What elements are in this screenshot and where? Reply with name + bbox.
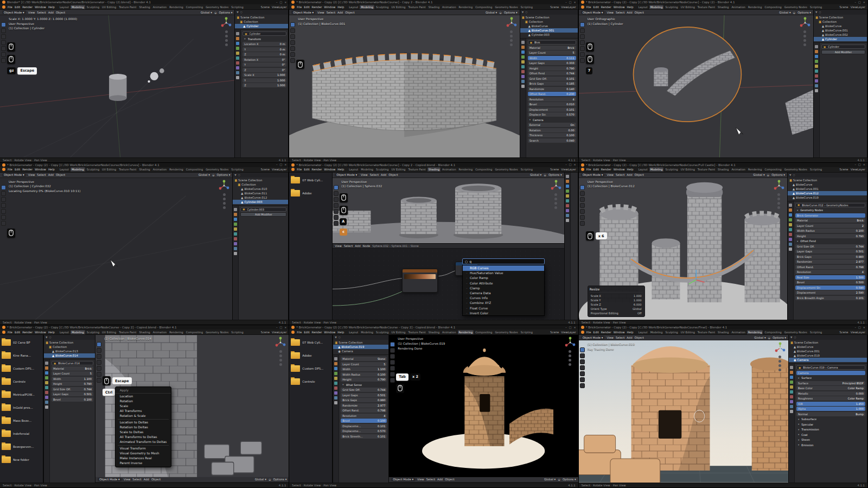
tool-icon[interactable] <box>290 28 295 33</box>
viewport-menu-object[interactable]: Object <box>635 11 644 14</box>
menu-render[interactable]: Render <box>601 168 611 171</box>
properties-tab-icon[interactable] <box>234 218 237 221</box>
tool-icon[interactable] <box>580 58 585 63</box>
properties-tab-icon[interactable] <box>815 45 818 48</box>
menu-edit[interactable]: Edit <box>304 331 309 334</box>
properties-tab-icon[interactable] <box>236 47 239 50</box>
menu-window[interactable]: Window <box>324 5 335 9</box>
property-row[interactable]: Search0.040 <box>528 138 576 143</box>
shading-icon[interactable] <box>279 363 282 366</box>
tool-icon[interactable] <box>580 22 585 27</box>
tool-icon[interactable] <box>1 40 6 45</box>
object-mode-dropdown[interactable]: Object Mode ▾ <box>2 10 26 14</box>
property-row[interactable]: Displaceme...0.570 <box>341 429 387 433</box>
workspace-tab-compositing[interactable]: Compositing <box>474 330 493 334</box>
property-row[interactable]: Grid Size Off.0.744 <box>52 387 93 391</box>
shading-icon[interactable] <box>569 363 571 366</box>
scene-selector[interactable]: SceneViewLayer <box>261 168 287 171</box>
properties-tab-icon[interactable] <box>334 367 337 370</box>
outliner-item[interactable]: ▲BlokeCurve.001 <box>520 28 578 33</box>
viewport-menu-object[interactable]: Object <box>56 11 65 14</box>
outliner-item[interactable]: ▣Collection <box>814 20 867 24</box>
properties-tab-icon[interactable] <box>236 76 239 79</box>
workspace-tab-geometry-nodes[interactable]: Geometry Nodes <box>494 167 519 172</box>
property-row[interactable]: Layer Gaps0.333 <box>528 61 576 65</box>
property-row[interactable]: RoughnessColor Ramp <box>796 396 865 401</box>
redo-panel-row[interactable]: Scale X1.000 <box>590 294 643 298</box>
tool-icon[interactable] <box>334 221 339 226</box>
tool-icon[interactable] <box>580 371 585 376</box>
object-mode-dropdown[interactable]: Object Mode ▾ <box>98 478 122 481</box>
folder-item[interactable]: 07 Web Cyli... <box>291 337 330 348</box>
tool-icon[interactable] <box>290 46 295 51</box>
viewport-menu-select[interactable]: Select <box>616 11 624 14</box>
properties-section-header[interactable]: ▾Transmission <box>796 427 865 432</box>
context-menu-item[interactable]: Location to Deltas <box>116 420 171 425</box>
outliner-filter-icon[interactable]: ▼ <box>234 174 236 176</box>
viewport-menu-select[interactable]: Select <box>426 478 435 481</box>
property-row[interactable]: Resolution4 <box>795 270 865 274</box>
properties-tab-icon[interactable] <box>790 395 793 398</box>
tool-icon[interactable] <box>1 52 6 57</box>
properties-tab-icon[interactable] <box>790 385 793 389</box>
properties-tab-icon[interactable] <box>521 41 525 44</box>
properties-tab-icon[interactable] <box>789 204 792 207</box>
property-row[interactable]: MaterialBrick <box>795 218 865 223</box>
outliner-item[interactable]: ▲BlokeCurve.019 <box>333 345 388 349</box>
datablock-name-field[interactable]: ▣BlokeCurve.014 <box>52 361 93 365</box>
outliner-search-icon[interactable]: ○ <box>794 336 796 339</box>
search-result-item[interactable]: ◦Float Curve <box>463 306 544 310</box>
property-row[interactable]: Rotation0.00 <box>528 128 576 132</box>
property-row[interactable]: Height0.790 <box>795 234 865 238</box>
viewport-menu-select[interactable]: Select <box>37 11 46 14</box>
axis-gizmo-icon[interactable] <box>220 17 232 29</box>
shading-icon[interactable] <box>778 369 781 371</box>
workspace-tab-texture-paint[interactable]: Texture Paint <box>697 5 716 9</box>
workspace-tab-compositing[interactable]: Compositing <box>763 5 782 9</box>
blender-app-icon[interactable] <box>2 168 5 171</box>
outliner-item[interactable]: ▲Cylinder.003 <box>520 33 578 37</box>
properties-tab-icon[interactable] <box>566 194 569 198</box>
minimize-button[interactable]: – <box>855 326 857 329</box>
viewport-menu-view[interactable]: View <box>317 11 324 14</box>
scene-selector[interactable]: SceneViewLayer <box>839 331 865 334</box>
property-row[interactable]: Width Radius0.100 <box>795 229 865 233</box>
workspace-tab-rendering[interactable]: Rendering <box>458 167 474 172</box>
outliner-item[interactable]: ◉Camera <box>789 358 867 362</box>
workspace-tab-animation[interactable]: Animation <box>730 167 746 172</box>
workspace-tab-uv-editing[interactable]: UV Editing <box>390 5 406 9</box>
property-row[interactable]: Scale X1.000 <box>242 73 286 77</box>
tool-icon[interactable] <box>390 372 395 377</box>
workspace-tab-scripting[interactable]: Scripting <box>230 330 244 334</box>
properties-tab-icon[interactable] <box>236 66 239 69</box>
workspace-tab-shading[interactable]: Shading <box>717 5 730 9</box>
properties-tab-icon[interactable] <box>790 366 793 369</box>
options-dropdown[interactable]: Options ▾ <box>273 478 287 481</box>
property-row[interactable]: Brick Generator <box>795 213 865 218</box>
axis-gizmo-icon[interactable] <box>550 180 562 192</box>
property-row[interactable]: Y1.000 <box>242 78 286 83</box>
property-row[interactable]: Bevel0.100 <box>341 419 387 423</box>
axis-gizmo-icon[interactable] <box>275 337 286 348</box>
properties-tab-icon[interactable] <box>789 213 792 217</box>
tool-icon[interactable] <box>1 58 6 63</box>
tool-icon[interactable] <box>580 52 585 57</box>
menu-edit[interactable]: Edit <box>304 168 309 171</box>
property-row[interactable]: Camera <box>796 371 865 375</box>
tool-icon[interactable] <box>390 366 395 371</box>
shading-icon[interactable] <box>803 43 806 46</box>
menu-render[interactable]: Render <box>22 5 33 9</box>
outliner-filter-icon[interactable]: ▼ <box>522 11 524 14</box>
workspace-tab-animation[interactable]: Animation <box>152 5 168 9</box>
shading-icon[interactable] <box>554 206 557 209</box>
properties-tab-icon[interactable] <box>45 371 48 375</box>
viewport-menu-view[interactable]: View <box>417 478 424 481</box>
property-row[interactable]: Grid Size Off.0.744 <box>341 388 387 392</box>
outliner-search-icon[interactable]: ○ <box>240 11 242 14</box>
property-row[interactable]: Brick Breadth Angle0.101 <box>795 296 865 300</box>
navigation-gizmo[interactable] <box>799 17 811 46</box>
tool-icon[interactable] <box>97 372 101 377</box>
workspace-tab-uv-editing[interactable]: UV Editing <box>680 5 696 9</box>
object-mode-dropdown[interactable]: Object Mode ▾ <box>391 478 415 481</box>
properties-tab-icon[interactable] <box>789 238 792 241</box>
